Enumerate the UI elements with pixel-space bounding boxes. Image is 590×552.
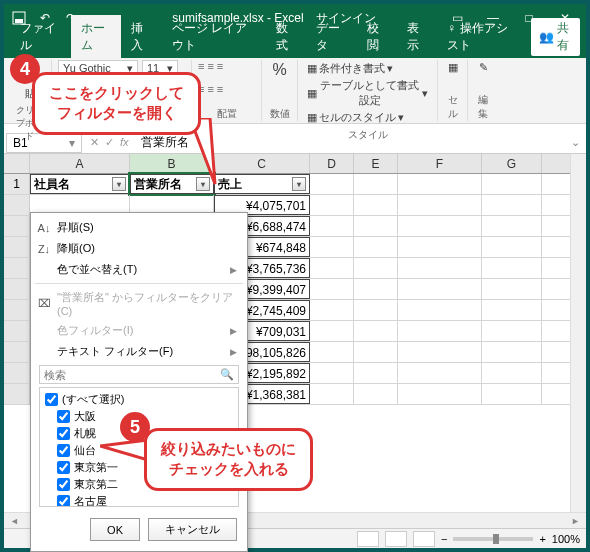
expand-formula-icon[interactable]: ⌄ [565, 136, 586, 149]
filter-ok-button[interactable]: OK [90, 518, 140, 541]
group-styles: スタイル [348, 128, 388, 142]
filter-checkbox[interactable] [57, 427, 70, 440]
filter-checkbox[interactable] [57, 444, 70, 457]
callout-5: 絞り込みたいものにチェックを入れる [144, 428, 313, 491]
filter-checkbox[interactable] [57, 410, 70, 423]
sort-desc-item[interactable]: Z↓降順(O) [31, 238, 247, 259]
fx-icon[interactable]: fx [120, 136, 129, 149]
filter-checkbox[interactable] [57, 478, 70, 491]
color-filter-item: 色フィルター(I)▶ [31, 320, 247, 341]
align-top-icon[interactable]: ≡ [198, 60, 204, 72]
col-header-a[interactable]: A [30, 154, 130, 173]
tell-me[interactable]: ♀ 操作アシスト [437, 15, 524, 58]
select-all-corner[interactable] [4, 154, 30, 173]
col-header-g[interactable]: G [482, 154, 542, 173]
align-mid-icon[interactable]: ≡ [207, 60, 213, 72]
zoom-slider[interactable] [453, 537, 533, 541]
cell-styles-button[interactable]: ▦ セルのスタイル ▾ [304, 109, 407, 126]
col-header-d[interactable]: D [310, 154, 354, 173]
filter-arrow-icon[interactable]: ▾ [292, 177, 306, 191]
sort-asc-icon: A↓ [37, 222, 51, 234]
sort-by-color-item[interactable]: 色で並べ替え(T)▶ [31, 259, 247, 280]
group-cells: セル [444, 93, 461, 121]
group-number: 数値 [268, 107, 291, 121]
editing-button[interactable]: ✎ [474, 60, 492, 75]
tab-review[interactable]: 校閲 [357, 15, 397, 58]
number-format-button[interactable]: % [268, 60, 291, 80]
filter-search-input[interactable] [44, 369, 220, 381]
group-editing: 編集 [474, 93, 492, 121]
tab-home[interactable]: ホーム [71, 15, 122, 58]
tab-insert[interactable]: 挿入 [121, 15, 161, 58]
share-button[interactable]: 👥 共有 [531, 18, 580, 56]
confirm-formula-icon[interactable]: ✓ [105, 136, 114, 149]
callout-badge-4: 4 [10, 54, 40, 84]
tab-data[interactable]: データ [306, 15, 357, 58]
vertical-scrollbar[interactable] [570, 154, 586, 512]
tab-file[interactable]: ファイル [10, 15, 71, 58]
filter-checkbox[interactable] [45, 393, 58, 406]
filter-arrow-icon[interactable]: ▾ [112, 177, 126, 191]
filter-search-box[interactable]: 🔍 [39, 365, 239, 384]
callout-badge-5: 5 [120, 412, 150, 442]
align-center-icon[interactable]: ≡ [207, 83, 213, 95]
view-normal-button[interactable] [357, 531, 379, 547]
align-right-icon[interactable]: ≡ [217, 83, 223, 95]
cells-button[interactable]: ▦ [444, 60, 461, 75]
filter-cancel-button[interactable]: キャンセル [148, 518, 237, 541]
clear-filter-icon: ⌧ [37, 297, 51, 310]
col-header-e[interactable]: E [354, 154, 398, 173]
conditional-format-button[interactable]: ▦ 条件付き書式 ▾ [304, 60, 396, 77]
view-layout-button[interactable] [385, 531, 407, 547]
tab-view[interactable]: 表示 [397, 15, 437, 58]
sort-asc-item[interactable]: A↓昇順(S) [31, 217, 247, 238]
view-pagebreak-button[interactable] [413, 531, 435, 547]
text-filter-item[interactable]: テキスト フィルター(F)▶ [31, 341, 247, 362]
col-header-f[interactable]: F [398, 154, 482, 173]
row-header-1[interactable]: 1 [4, 174, 30, 194]
tab-layout[interactable]: ページ レイアウト [162, 15, 266, 58]
filter-checkbox[interactable] [57, 461, 70, 474]
sort-desc-icon: Z↓ [37, 243, 51, 255]
header-employee[interactable]: 社員名▾ [30, 174, 130, 194]
clear-filter-item: ⌧"営業所名" からフィルターをクリア(C) [31, 287, 247, 320]
filter-checkbox[interactable] [57, 495, 70, 507]
svg-marker-5 [100, 440, 148, 460]
tab-formula[interactable]: 数式 [266, 15, 306, 58]
filter-check-item[interactable]: (すべて選択) [43, 391, 235, 408]
callout-4: ここをクリックしてフィルターを開く [32, 72, 201, 135]
zoom-percent[interactable]: 100% [552, 533, 580, 545]
search-icon: 🔍 [220, 368, 234, 381]
zoom-in-button[interactable]: + [539, 533, 545, 545]
filter-check-item[interactable]: 名古屋 [43, 493, 235, 507]
zoom-out-button[interactable]: − [441, 533, 447, 545]
align-bot-icon[interactable]: ≡ [217, 60, 223, 72]
format-as-table-button[interactable]: ▦ テーブルとして書式設定 ▾ [304, 77, 431, 109]
filter-dropdown-menu: A↓昇順(S) Z↓降順(O) 色で並べ替え(T)▶ ⌧"営業所名" からフィル… [30, 212, 248, 552]
cancel-formula-icon[interactable]: ✕ [90, 136, 99, 149]
